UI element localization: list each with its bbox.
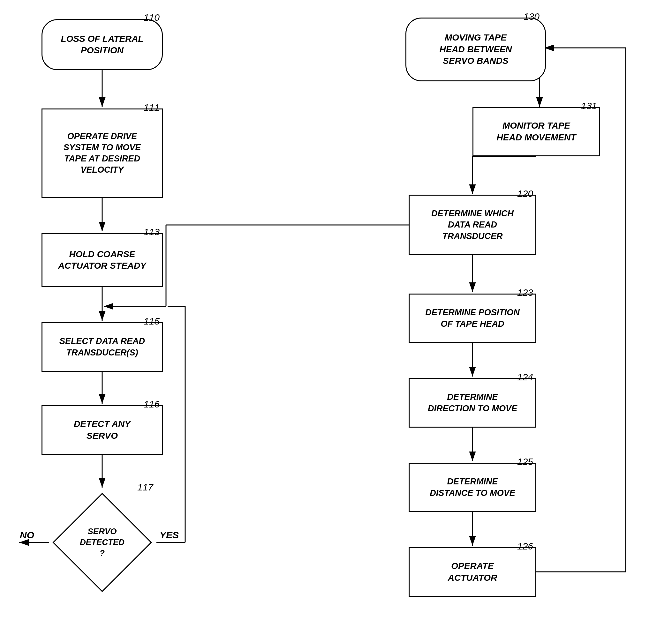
node-111: OPERATE DRIVESYSTEM TO MOVETAPE AT DESIR…	[42, 108, 163, 198]
ref-117: 117	[137, 482, 153, 493]
diamond-text-117: SERVODETECTED?	[80, 526, 125, 558]
flowchart-diagram: LOSS OF LATERAL POSITION 110 OPERATE DRI…	[0, 0, 672, 620]
no-label: NO	[20, 530, 34, 540]
ref-111: 111	[144, 102, 160, 113]
ref-126: 126	[517, 541, 533, 552]
ref-130: 130	[524, 11, 539, 22]
node-110: LOSS OF LATERAL POSITION	[42, 19, 163, 70]
node-123: DETERMINE POSITIONOF TAPE HEAD	[409, 294, 536, 343]
node-131: MONITOR TAPEHEAD MOVEMENT	[473, 107, 600, 156]
node-124: DETERMINEDIRECTION TO MOVE	[409, 378, 536, 427]
node-115: SELECT DATA READTRANSDUCER(S)	[42, 322, 163, 372]
node-130: MOVING TAPEHEAD BETWEENSERVO BANDS	[405, 17, 546, 82]
node-116: DETECT ANYSERVO	[42, 405, 163, 455]
ref-115: 115	[144, 316, 160, 327]
ref-123: 123	[517, 287, 533, 298]
node-125: DETERMINEDISTANCE TO MOVE	[409, 463, 536, 512]
node-126: OPERATEACTUATOR	[409, 547, 536, 597]
node-120: DETERMINE WHICHDATA READTRANSDUCER	[409, 195, 536, 255]
ref-131: 131	[581, 101, 597, 111]
node-113: HOLD COARSEACTUATOR STEADY	[42, 233, 163, 287]
ref-125: 125	[517, 456, 533, 467]
ref-113: 113	[144, 226, 160, 238]
yes-label: YES	[160, 530, 179, 540]
node-117: SERVODETECTED?	[48, 488, 156, 597]
ref-110: 110	[144, 12, 160, 23]
ref-116: 116	[144, 399, 160, 410]
ref-124: 124	[517, 372, 533, 382]
ref-120: 120	[517, 188, 533, 199]
